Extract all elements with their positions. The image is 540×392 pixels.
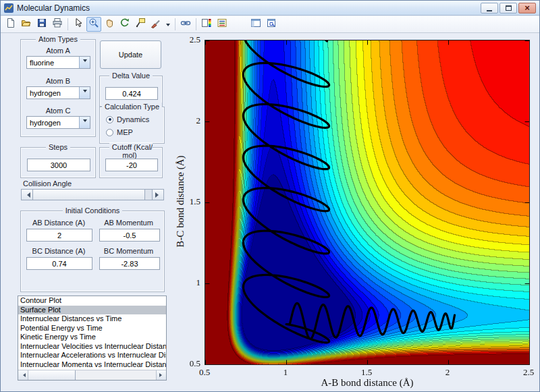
x-tick-label: 1.5 [353, 367, 380, 378]
printer-icon [52, 18, 63, 31]
initial-conditions-panel: Initial Conditions AB Distance (A) AB Mo… [20, 211, 165, 292]
toolbar-separator [68, 18, 68, 30]
list-item[interactable]: Internuclear Velocities vs Internuclear … [18, 342, 166, 352]
slider-right-arrow-button[interactable] [152, 190, 163, 200]
toolbar-separator [175, 18, 176, 30]
scroll-right-button[interactable] [156, 370, 166, 380]
radio-mep[interactable]: MEP [106, 128, 133, 136]
scroll-left-button[interactable] [18, 370, 28, 380]
open-folder-icon [21, 18, 32, 31]
app-icon [4, 3, 14, 13]
atom-a-value: fluorine [27, 57, 79, 68]
window-title: Molecular Dynamics [17, 3, 90, 13]
listbox-horizontal-scrollbar[interactable] [18, 370, 166, 380]
brush-icon [151, 18, 161, 31]
save-figure-button[interactable] [34, 17, 49, 32]
minimize-button[interactable] [481, 3, 498, 13]
atom-a-label: Atom A [21, 47, 95, 55]
list-item[interactable]: Surface Plot [18, 306, 166, 315]
y-axis-label: B-C bond distance (Å) [175, 101, 186, 303]
pes-contour-canvas[interactable] [205, 40, 529, 364]
toolbar-separator [196, 18, 196, 30]
figure-toolbar [1, 16, 539, 33]
update-button[interactable]: Update [100, 40, 161, 69]
close-button[interactable]: × [518, 3, 536, 13]
list-item[interactable]: Contour Plot [18, 296, 166, 306]
radio-mep-label: MEP [117, 128, 133, 136]
titlebar: Molecular Dynamics × [1, 1, 539, 16]
plot-listbox[interactable]: Contour PlotSurface PlotInternuclear Dis… [18, 296, 167, 381]
x-axis-label: A-B bond distance (Å) [205, 377, 530, 389]
cursor-arrow-icon [73, 18, 84, 31]
bc-momentum-label: BC Momentum [97, 247, 161, 255]
atom-types-panel: Atom Types Atom A fluorine Atom B hydrog… [20, 39, 96, 137]
plot-tools-window-icon [250, 18, 261, 31]
y-tick-label: 0.5 [171, 358, 200, 369]
pan-button[interactable] [102, 17, 117, 32]
new-figure-button[interactable] [3, 17, 18, 32]
data-cursor-button[interactable] [133, 17, 148, 32]
list-item[interactable]: Kinetic Energy vs Time [18, 333, 166, 342]
brush-dropdown-button[interactable] [164, 17, 172, 32]
chevron-down-icon [83, 90, 87, 94]
list-item[interactable]: Internuclear Distances vs Time [18, 314, 166, 324]
link-icon [180, 18, 191, 31]
maximize-button[interactable] [500, 3, 517, 13]
insert-legend-button[interactable] [215, 17, 230, 32]
colorbar-icon [201, 18, 212, 31]
delta-value-input[interactable] [105, 87, 158, 100]
y-tick-label: 2.5 [171, 34, 200, 45]
zoom-in-icon [88, 18, 99, 31]
ab-distance-input[interactable] [26, 229, 92, 242]
print-figure-button[interactable] [50, 17, 65, 32]
list-item[interactable]: Potential Energy vs Time [18, 324, 166, 333]
maximize-icon [506, 5, 512, 11]
radio-dynamics[interactable]: Dynamics [106, 115, 149, 123]
minimize-icon [487, 6, 492, 11]
collision-angle-slider[interactable] [21, 189, 164, 200]
ab-momentum-input[interactable] [99, 229, 160, 242]
collision-angle-label: Collision Angle [23, 179, 72, 188]
hide-plot-tools-button[interactable] [248, 17, 263, 32]
scrollbar-thumb[interactable] [28, 370, 76, 380]
bc-momentum-input[interactable] [99, 257, 160, 270]
pan-hand-icon [104, 18, 115, 31]
atom-c-label: Atom C [21, 107, 95, 115]
open-file-button[interactable] [19, 17, 34, 32]
atom-c-dropdown[interactable]: hydrogen [26, 116, 90, 129]
data-cursor-icon [135, 18, 146, 31]
panel-title: Delta Value [100, 72, 162, 80]
x-tick-label: 1 [272, 367, 299, 378]
zoom-in-button[interactable] [86, 17, 101, 32]
ab-momentum-label: AB Momentum [97, 219, 161, 227]
insert-colorbar-button[interactable] [199, 17, 214, 32]
chevron-down-icon [83, 119, 87, 124]
arrow-left-icon [21, 373, 26, 377]
calculation-type-panel: Calculation Type Dynamics MEP [99, 107, 165, 144]
list-item[interactable]: Internuclear Momenta vs Internuclear Dis… [18, 360, 166, 370]
x-tick-label: 2.5 [515, 367, 540, 378]
slider-thumb[interactable] [33, 190, 145, 200]
atom-a-dropdown[interactable]: fluorine [26, 56, 90, 69]
pes-axes [205, 40, 530, 365]
arrow-left-icon [24, 192, 30, 198]
edit-plot-button[interactable] [71, 17, 86, 32]
list-item[interactable]: Internuclear Accelerations vs Internucle… [18, 351, 166, 360]
dropdown-arrow-button[interactable] [79, 57, 90, 68]
steps-input[interactable] [27, 159, 90, 171]
arrow-right-icon [159, 373, 164, 377]
atom-b-dropdown[interactable]: hydrogen [26, 86, 90, 99]
slider-left-arrow-button[interactable] [22, 190, 33, 200]
panel-title: Cutoff (Kcal/ mol) [100, 143, 162, 159]
bc-distance-input[interactable] [26, 257, 92, 270]
atom-b-value: hydrogen [27, 87, 79, 99]
rotate-3d-button[interactable] [117, 17, 132, 32]
save-floppy-icon [36, 18, 47, 31]
brush-button[interactable] [148, 17, 163, 32]
link-plots-button[interactable] [178, 17, 193, 32]
cutoff-input[interactable] [105, 159, 158, 171]
dock-figure-button[interactable] [264, 17, 279, 32]
dropdown-arrow-button[interactable] [79, 87, 90, 99]
atom-c-value: hydrogen [27, 117, 79, 128]
dropdown-arrow-button[interactable] [79, 117, 90, 128]
